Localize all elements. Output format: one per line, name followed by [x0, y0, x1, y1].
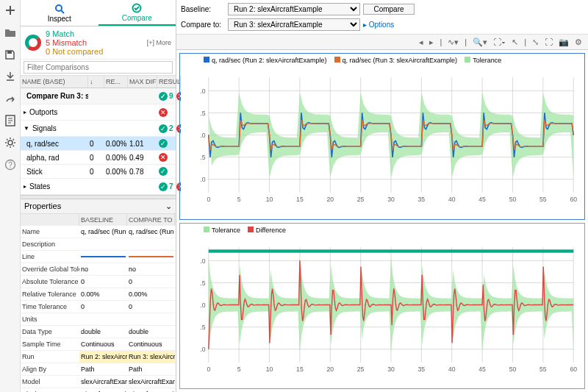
left-panel: Inspect Compare 9 Match 5 Mismatch 0 Not… [21, 0, 176, 392]
properties-header[interactable]: Properties ⌄ [21, 199, 176, 214]
col-maxdiff[interactable]: MAX DIFF [128, 76, 157, 88]
export-icon[interactable] [3, 91, 18, 106]
property-row: Block NameAircraft DynamicsAircraft Dyna… [21, 388, 176, 392]
svg-text:45: 45 [478, 365, 486, 372]
chevron-down-icon: ⌄ [165, 202, 172, 211]
zoom-icon[interactable]: 🔍▾ [473, 38, 487, 47]
properties-table: Nameq, rad/sec (Run 2q, rad/sec (Run 3De… [21, 226, 176, 392]
svg-text:10: 10 [266, 196, 273, 203]
settings-icon[interactable] [3, 135, 18, 150]
properties-columns: BASELINE COMPARE TO [21, 214, 176, 226]
svg-text:50: 50 [509, 196, 517, 203]
svg-text:1.0: 1.0 [201, 257, 206, 264]
svg-rect-0 [7, 51, 12, 54]
comparison-rows: ▼ Compare Run 3: slexAircraftExample to✓… [21, 88, 176, 195]
svg-text:45: 45 [478, 196, 486, 203]
table-row[interactable]: q, rad/sec00.00%1.01✓ [21, 137, 176, 151]
help-icon[interactable]: ? [3, 157, 18, 172]
property-row: Absolute Tolerance00 [21, 276, 176, 288]
plot-difference[interactable]: Tolerance Difference 0510152025303540455… [179, 223, 585, 390]
property-row: ModelslexAircraftExamslexAircraftExam [21, 376, 176, 388]
summary-row: 9 Match 5 Mismatch 0 Not compared [+] Mo… [21, 26, 176, 60]
plot-toolbar: ◂ ▸ | ∿▾ | 🔍▾ ⛶▾ ↖ | ⤡ ⛶ 📷 ⚙ [176, 34, 588, 50]
expand-icon[interactable]: ⛶ [545, 38, 553, 46]
svg-text:60: 60 [570, 196, 577, 203]
plot1-legend: q, rad/sec (Run 2: slexAircraftExample) … [201, 55, 581, 65]
property-row: Data Typedoubledouble [21, 326, 176, 338]
col-compareto: COMPARE TO [127, 214, 175, 226]
svg-text:0.0: 0.0 [201, 132, 206, 139]
fit-icon[interactable]: ⛶▾ [493, 38, 506, 46]
svg-point-5 [56, 5, 62, 11]
import-icon[interactable] [3, 69, 18, 84]
table-row[interactable]: ▼ Compare Run 3: slexAircraftExample to✓… [21, 88, 176, 104]
property-row: Line [21, 251, 176, 263]
svg-text:10: 10 [266, 365, 273, 372]
svg-text:15: 15 [296, 365, 304, 372]
nav-prev-icon[interactable]: ◂ [419, 38, 423, 47]
svg-text:35: 35 [418, 365, 426, 372]
table-row[interactable]: ▼ Signals✓2 ✕1 [21, 121, 176, 137]
signal-icon[interactable]: ∿▾ [448, 38, 459, 47]
tab-inspect-label: Inspect [48, 15, 71, 23]
property-row: Nameq, rad/sec (Run 2q, rad/sec (Run 3 [21, 226, 176, 238]
plot-signals[interactable]: q, rad/sec (Run 2: slexAircraftExample) … [179, 53, 585, 220]
check-circle-icon [132, 3, 142, 13]
svg-text:35: 35 [418, 196, 426, 203]
plot2-canvas: 051015202530354045505560-1.0-0.50.00.51.… [201, 235, 581, 379]
svg-text:-0.5: -0.5 [201, 323, 206, 330]
compare-button[interactable]: Compare [363, 4, 415, 15]
svg-text:15: 15 [296, 196, 304, 203]
svg-text:20: 20 [326, 365, 334, 372]
folder-icon[interactable] [3, 25, 18, 40]
table-row[interactable]: ▸ States✓7 ✕3 [21, 179, 176, 195]
table-row[interactable]: ▸ Outports✕ [21, 104, 176, 121]
svg-rect-79 [209, 249, 573, 252]
pointer-icon[interactable]: ↖ [512, 38, 518, 47]
add-icon[interactable] [3, 3, 18, 18]
svg-text:0.0: 0.0 [201, 301, 206, 308]
svg-text:0.5: 0.5 [201, 279, 206, 286]
svg-text:25: 25 [357, 365, 365, 372]
svg-text:?: ? [8, 161, 12, 169]
compareto-select[interactable]: Run 3: slexAircraftExample [228, 18, 360, 31]
svg-text:50: 50 [509, 365, 517, 372]
tab-compare[interactable]: Compare [98, 0, 176, 26]
col-re[interactable]: RE... [104, 76, 128, 88]
summary-donut-icon [25, 35, 41, 51]
property-row: Align ByPathPath [21, 363, 176, 376]
svg-text:55: 55 [539, 365, 547, 372]
collapse-icon[interactable]: ⤡ [532, 38, 539, 47]
col-i[interactable]: ↓ [88, 76, 104, 88]
table-row[interactable]: alpha, rad00.00%0.49✕ [21, 151, 176, 165]
col-name[interactable]: NAME (BASE) [21, 76, 88, 88]
app-toolbar: ? [0, 0, 21, 392]
mismatch-count: 5 Mismatch [46, 38, 103, 47]
filter-input[interactable] [24, 61, 173, 74]
more-link[interactable]: [+] More [147, 39, 171, 46]
notcompared-count: 0 Not compared [46, 47, 103, 56]
svg-text:-1.0: -1.0 [201, 345, 206, 352]
property-row: Relative Tolerance0.00%0.00% [21, 288, 176, 301]
gear-icon[interactable]: ⚙ [575, 38, 582, 47]
filter-box [21, 60, 176, 76]
property-row: Override Global Tolerannono [21, 263, 176, 276]
baseline-select[interactable]: Run 2: slexAircraftExample [228, 3, 360, 15]
report-icon[interactable] [3, 113, 18, 128]
summary-text: 9 Match 5 Mismatch 0 Not compared [46, 29, 103, 56]
plot2-legend: Tolerance Difference [201, 225, 581, 235]
svg-text:0: 0 [207, 196, 210, 203]
options-link[interactable]: ▸ Options [363, 21, 415, 29]
match-count: 9 Match [46, 29, 103, 38]
save-icon[interactable] [3, 47, 18, 62]
camera-icon[interactable]: 📷 [559, 38, 569, 47]
property-row: Sample TimeContinuousContinuous [21, 338, 176, 351]
svg-text:30: 30 [387, 365, 395, 372]
nav-next-icon[interactable]: ▸ [429, 38, 434, 47]
magnifier-icon [54, 4, 65, 14]
tab-inspect[interactable]: Inspect [21, 0, 98, 26]
svg-text:30: 30 [387, 196, 395, 203]
baseline-label: Baseline: [181, 5, 225, 13]
svg-text:40: 40 [448, 365, 456, 372]
table-row[interactable]: Stick00.00%0.78✓ [21, 165, 176, 179]
